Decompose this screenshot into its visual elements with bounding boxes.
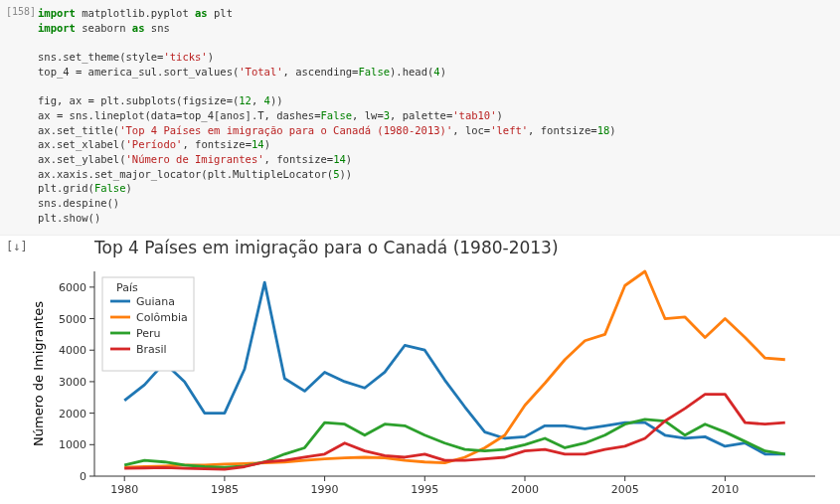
legend-label: Colômbia [136,311,188,324]
chart-title: Top 4 Países em imigração para o Canadá … [93,238,559,257]
y-axis-label: Número de Imigrantes [31,301,46,446]
chart-output: [↓] Top 4 Países em imigração para o Can… [0,236,840,504]
x-tick-label: 2000 [511,483,539,496]
y-tick-label: 3000 [59,376,86,389]
legend-label: Guiana [136,295,175,308]
y-tick-label: 4000 [59,345,86,358]
legend-label: Brasil [136,343,167,356]
cell-prompt: [158] [6,6,36,17]
x-tick-label: 1985 [211,483,239,496]
code-cell: [158] import matplotlib.pyplot as plt im… [0,0,840,236]
x-tick-label: 2005 [611,483,639,496]
series-line [124,282,785,454]
y-tick-label: 0 [80,470,86,483]
y-tick-label: 2000 [59,408,86,420]
x-tick-label: 1990 [311,483,339,496]
x-tick-label: 1980 [110,483,138,496]
legend-title: País [116,281,138,294]
output-collapse-icon[interactable]: [↓] [6,240,28,253]
y-tick-label: 5000 [59,313,86,326]
code-source[interactable]: import matplotlib.pyplot as plt import s… [10,6,830,225]
x-tick-label: 2010 [711,483,739,496]
y-tick-label: 1000 [59,439,86,452]
legend-label: Peru [136,327,161,340]
y-tick-label: 6000 [59,281,86,294]
x-tick-label: 1995 [411,483,438,496]
line-chart: Top 4 Países em imigração para o Canadá … [0,236,840,504]
series-line [124,395,785,469]
